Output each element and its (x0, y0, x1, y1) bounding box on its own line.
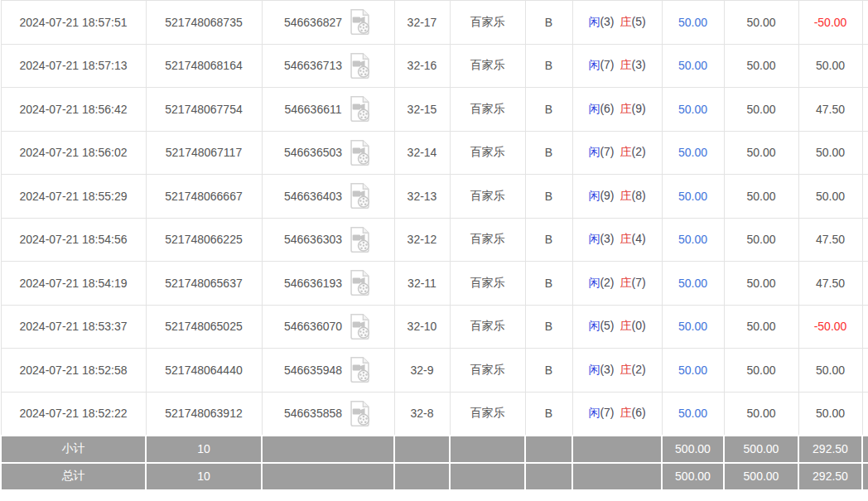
round-number: 546636193 (284, 277, 342, 290)
banker-label: 庄 (620, 319, 632, 332)
win-loss: -50.00 (798, 305, 862, 349)
game-result: 闲(3)庄(4) (572, 218, 662, 262)
round-number: 546635948 (284, 364, 342, 377)
game-name: 百家乐 (450, 131, 525, 175)
banker-label: 庄 (620, 58, 632, 71)
valid-amount: 50.00 (724, 175, 798, 219)
valid-amount: 50.00 (724, 262, 798, 306)
banker-label: 庄 (620, 276, 632, 289)
round-number: 546636827 (284, 16, 342, 29)
bet-history-panel: 2024-07-21 18:57:51 521748068735 5466368… (0, 0, 868, 501)
game-result: 闲(2)庄(7) (572, 262, 662, 306)
bet-type: B (525, 44, 572, 88)
bet-amount: 50.00 (662, 349, 724, 393)
round-cell: 546636713 (262, 44, 394, 88)
round-cell: 546636070 (262, 305, 394, 349)
table-row: 2024-07-21 18:55:29 521748066667 5466364… (1, 175, 868, 219)
player-label: 闲 (588, 232, 600, 245)
player-label: 闲 (588, 145, 600, 158)
video-replay-icon[interactable] (348, 356, 372, 383)
total-count: 10 (146, 463, 262, 490)
game-result: 闲(3)庄(5) (572, 1, 662, 45)
banker-label: 庄 (620, 189, 632, 202)
table-round: 32-16 (394, 44, 450, 88)
bet-time: 2024-07-21 18:56:42 (1, 88, 146, 132)
banker-label: 庄 (620, 145, 632, 158)
bet-time: 2024-07-21 18:54:56 (1, 218, 146, 262)
bet-id: 521748066225 (146, 218, 262, 262)
table-round: 32-8 (394, 392, 450, 436)
total-row: 总计 10 500.00 500.00 292.50 (1, 463, 868, 490)
bet-amount: 50.00 (662, 131, 724, 175)
video-replay-icon[interactable] (348, 139, 372, 166)
subtotal-count: 10 (146, 436, 262, 463)
bet-type: B (525, 88, 572, 132)
overflow-cell (862, 88, 868, 132)
player-label: 闲 (588, 189, 600, 202)
win-loss: 47.50 (798, 218, 862, 262)
banker-points: (2) (632, 145, 646, 158)
total-label: 总计 (1, 463, 146, 490)
valid-amount: 50.00 (724, 44, 798, 88)
banker-label: 庄 (620, 102, 632, 115)
banker-points: (6) (632, 406, 646, 419)
video-replay-icon[interactable] (348, 95, 372, 123)
subtotal-label: 小计 (1, 436, 146, 463)
video-replay-icon[interactable] (348, 226, 372, 253)
overflow-cell (862, 262, 868, 306)
round-number: 546636403 (284, 190, 342, 203)
bet-amount: 50.00 (662, 392, 724, 436)
game-name: 百家乐 (450, 392, 525, 436)
player-points: (6) (600, 102, 614, 115)
win-loss: 47.50 (798, 262, 862, 306)
bet-type: B (525, 218, 572, 262)
video-replay-icon[interactable] (348, 313, 372, 340)
bet-type: B (525, 175, 572, 219)
win-loss: 50.00 (798, 44, 862, 88)
banker-points: (2) (632, 363, 646, 376)
bet-amount: 50.00 (662, 1, 724, 45)
video-replay-icon[interactable] (348, 400, 372, 427)
valid-amount: 50.00 (724, 305, 798, 349)
player-label: 闲 (588, 58, 600, 71)
video-replay-icon[interactable] (348, 182, 372, 210)
table-round: 32-15 (394, 88, 450, 132)
bet-amount: 50.00 (662, 262, 724, 306)
valid-amount: 50.00 (724, 131, 798, 175)
subtotal-win-loss: 292.50 (798, 436, 862, 463)
game-name: 百家乐 (450, 262, 525, 306)
bet-time: 2024-07-21 18:56:02 (1, 131, 146, 175)
table-row: 2024-07-21 18:52:58 521748064440 5466359… (1, 349, 868, 393)
game-result: 闲(5)庄(0) (572, 305, 662, 349)
table-round: 32-11 (394, 262, 450, 306)
win-loss: 50.00 (798, 349, 862, 393)
player-points: (7) (600, 145, 614, 158)
player-points: (3) (600, 363, 614, 376)
round-cell: 546636611 (262, 88, 394, 132)
table-row: 2024-07-21 18:57:13 521748068164 5466367… (1, 44, 868, 88)
game-result: 闲(7)庄(6) (572, 392, 662, 436)
bet-id: 521748068735 (146, 1, 262, 45)
video-replay-icon[interactable] (348, 52, 372, 79)
game-result: 闲(9)庄(8) (572, 175, 662, 219)
valid-amount: 50.00 (724, 218, 798, 262)
bet-time: 2024-07-21 18:52:22 (1, 392, 146, 436)
valid-amount: 50.00 (724, 1, 798, 45)
video-replay-icon[interactable] (348, 8, 372, 36)
table-row: 2024-07-21 18:53:37 521748065025 5466360… (1, 305, 868, 349)
game-result: 闲(7)庄(3) (572, 44, 662, 88)
table-round: 32-12 (394, 218, 450, 262)
game-name: 百家乐 (450, 88, 525, 132)
bet-time: 2024-07-21 18:55:29 (1, 175, 146, 219)
subtotal-bet-amount: 500.00 (662, 436, 724, 463)
game-result: 闲(3)庄(2) (572, 349, 662, 393)
table-round: 32-17 (394, 1, 450, 45)
win-loss: 50.00 (798, 131, 862, 175)
game-name: 百家乐 (450, 1, 525, 45)
bet-type: B (525, 131, 572, 175)
total-win-loss: 292.50 (798, 463, 862, 490)
game-result: 闲(6)庄(9) (572, 88, 662, 132)
player-label: 闲 (588, 319, 600, 332)
video-replay-icon[interactable] (348, 269, 372, 296)
table-row: 2024-07-21 18:56:02 521748067117 5466365… (1, 131, 868, 175)
